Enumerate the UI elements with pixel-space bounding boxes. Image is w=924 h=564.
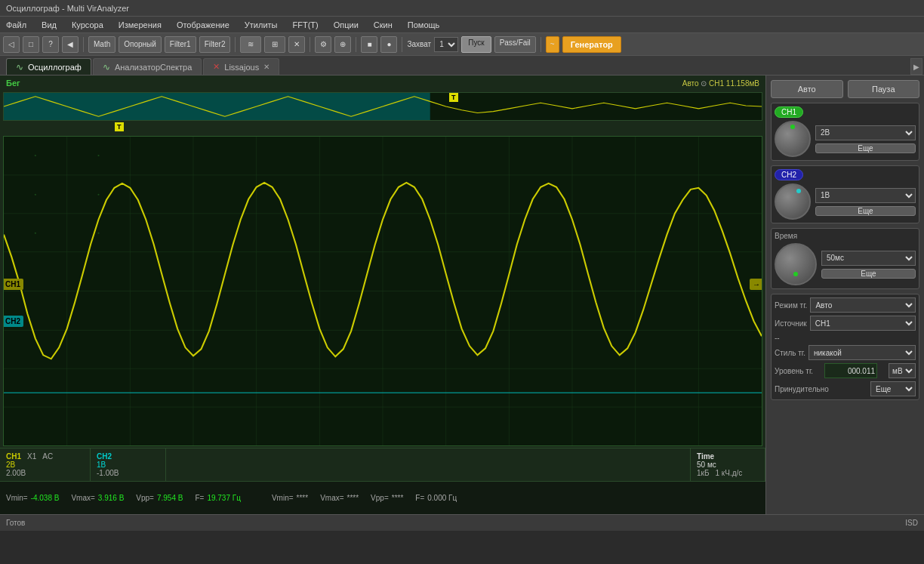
gen-icon[interactable]: ~ [546, 36, 559, 53]
ch2-offset: -1.00В [97, 469, 119, 477]
app-title: Осциллограф - Multi VirAnalyzer [6, 4, 129, 13]
run-button[interactable]: Пуск [461, 36, 491, 53]
tab-lissajous[interactable]: ✕ Lissajous ✕ [203, 58, 279, 75]
menu-help[interactable]: Помощь [405, 20, 443, 29]
menu-cursor[interactable]: Курсора [69, 20, 106, 29]
waveform-icon[interactable]: ≋ [240, 36, 261, 53]
svg-point-25 [97, 233, 99, 234]
settings-icon[interactable]: ⚙ [315, 36, 331, 53]
reference-button[interactable]: Опорный [119, 36, 162, 53]
trig-level-input[interactable] [824, 363, 877, 378]
stop-icon[interactable]: ■ [361, 36, 377, 53]
time-more-button[interactable]: Еще [821, 269, 916, 279]
meas-vmin1: Vmin= -4.038 В [6, 494, 59, 502]
meas-f1-label: F= [195, 494, 204, 502]
toolbar-icon3[interactable]: ◀ [62, 36, 79, 53]
run-status: Бег [6, 79, 20, 88]
trig-style-label: Стиль тг. [775, 349, 805, 357]
toolbar-icon2[interactable]: ? [42, 36, 59, 53]
ch2-more-button[interactable]: Еще [815, 206, 916, 216]
ch2-knob[interactable] [775, 183, 811, 220]
main-area: Бег Авто ⊙ CH1 11.158мВ T T [0, 76, 924, 514]
ch1-knob[interactable] [775, 121, 811, 157]
ch2-toggle-button[interactable]: CH2 [775, 169, 803, 180]
trig-source-row: Источник CH1 CH2 Внеш [775, 316, 916, 331]
toolbar-back-icon[interactable]: ◁ [3, 36, 20, 53]
tabs-bar: ∿ Осциллограф ∿ АнализаторСпектра ✕ Liss… [0, 56, 924, 76]
meas-vpp1-label: Vpp= [136, 494, 154, 502]
ch2-volt-div-select[interactable]: 1В 2В 500мВ [815, 188, 916, 203]
trig-mode-select[interactable]: Авто Норм Один [810, 297, 916, 313]
time-div-select[interactable]: 50мс 20мс 10мс [821, 251, 916, 266]
menu-fft[interactable]: FFT(T) [290, 20, 322, 29]
svg-point-22 [35, 233, 36, 234]
tab-lissajous-label: Lissajous [224, 63, 259, 72]
capture-select[interactable]: 1 2 4 [434, 37, 458, 52]
time-controls: 50мс 20мс 10мс Еще [775, 243, 916, 285]
passfail-button[interactable]: Pass/Fail [494, 36, 536, 53]
meas-vpp2-label: Vpp= [371, 494, 389, 502]
tab-spectrum[interactable]: ∿ АнализаторСпектра [93, 58, 202, 75]
time-section: Время 50мс 20мс 10мс Еще [771, 228, 919, 289]
menu-display[interactable]: Отображение [174, 20, 233, 29]
osc-display-area: Бег Авто ⊙ CH1 11.158мВ T T [0, 76, 765, 514]
tab-lissajous-close[interactable]: ✕ [263, 63, 270, 71]
toolbar: ◁ □ ? ◀ Math Опорный Filter1 Filter2 ≋ ⊞… [0, 33, 924, 56]
rec-icon[interactable]: ● [380, 36, 397, 53]
ch1-toggle-button[interactable]: CH1 [775, 106, 803, 118]
osc-status-bar: Бег Авто ⊙ CH1 11.158мВ [0, 76, 765, 91]
grid-icon[interactable]: ⊞ [264, 36, 285, 53]
generator-button[interactable]: Генератор [562, 36, 621, 53]
time-knob[interactable] [775, 243, 817, 285]
time-samplerate: 1 кЧ.д/с [716, 469, 743, 477]
meas-vpp2-value: **** [392, 494, 404, 502]
status-text: Готов [6, 519, 25, 527]
math-button[interactable]: Math [88, 36, 116, 53]
t-marker-preview: T [449, 93, 458, 102]
ch2-section: CH2 1В 2В 500мВ Еще [771, 165, 919, 223]
capture-label: Захват [407, 40, 431, 48]
trig-source-select[interactable]: CH1 CH2 Внеш [810, 316, 916, 331]
menu-measure[interactable]: Измерения [116, 20, 165, 29]
tab-lissajous-icon: ✕ [213, 62, 220, 72]
ch1-volt-div-select[interactable]: 2В 1В 500мВ [815, 125, 916, 140]
trig-level-label: Уровень тг. [775, 367, 813, 375]
spectrum-tab-icon: ∿ [103, 62, 110, 72]
meas-vmin1-label: Vmin= [6, 494, 28, 502]
menu-view[interactable]: Вид [38, 20, 60, 29]
trig-source-label: Источник [775, 319, 807, 328]
trig-mode-row: Режим тг. Авто Норм Один [775, 297, 916, 313]
menu-options[interactable]: Опции [331, 20, 362, 29]
ch1-bottom-label: CH1 [6, 452, 21, 461]
menu-utilities[interactable]: Утилиты [242, 20, 281, 29]
auto-button[interactable]: Авто [771, 80, 843, 98]
ch1-more-button[interactable]: Еще [815, 143, 916, 153]
toolbar-icon1[interactable]: □ [23, 36, 39, 53]
zoom-icon[interactable]: ⊕ [334, 36, 351, 53]
cursor-icon[interactable]: ✕ [288, 36, 305, 53]
status-indicator: ISD [905, 519, 918, 527]
ch2-controls: 1В 2В 500мВ Еще [775, 183, 916, 220]
meas-vpp2: Vpp= **** [371, 494, 403, 502]
trig-force-label: Принудительно [775, 385, 829, 393]
tab-nav-arrow[interactable]: ▶ [910, 58, 922, 75]
ch1-offset: 2.00В [6, 469, 26, 477]
meas-vmin2: Vmin= **** [272, 494, 308, 502]
filter1-button[interactable]: Filter1 [165, 36, 196, 53]
tab-oscilloscope[interactable]: ∿ Осциллограф [6, 58, 91, 75]
time-samples: 1кБ [697, 469, 710, 477]
pause-button[interactable]: Пауза [848, 80, 920, 98]
menu-skin[interactable]: Скин [371, 20, 396, 29]
ch1-volt-div: 2В [6, 461, 15, 469]
tab-osc-label: Осциллограф [28, 63, 82, 72]
trig-level-unit[interactable]: мВ В [889, 363, 916, 378]
filter2-button[interactable]: Filter2 [199, 36, 231, 53]
trig-style-select[interactable]: никакой нарастание спад [808, 345, 916, 360]
menu-file[interactable]: Файл [3, 20, 29, 29]
time-label: Время [775, 232, 916, 240]
osc-main-display[interactable]: CH1 CH2 → [3, 136, 762, 446]
trig-force-select[interactable]: Еще [870, 381, 916, 396]
ch1-controls: 2В 1В 500мВ Еще [775, 121, 916, 157]
waveform-preview[interactable]: T [3, 92, 762, 121]
ch1-side-label: CH1 [3, 279, 23, 290]
